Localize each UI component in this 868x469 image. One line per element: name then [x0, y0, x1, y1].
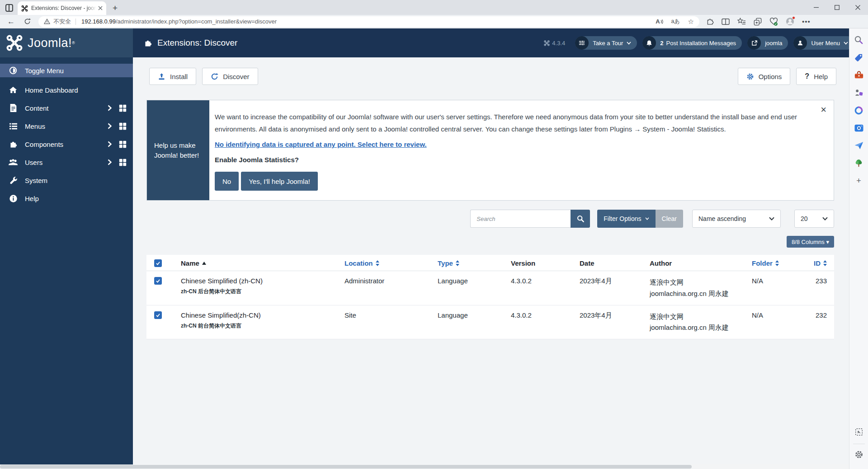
tab-actions-icon[interactable]	[5, 4, 13, 12]
browser-tab[interactable]: Extensions: Discover - joomla - A	[18, 1, 106, 15]
column-header-date: Date	[574, 255, 644, 271]
sidebar-label: Content	[25, 104, 49, 112]
admin-header: Joomla! ® Extensions: Discover 4.3.4 Tak…	[0, 28, 868, 57]
options-button[interactable]: Options	[738, 68, 791, 85]
search-button[interactable]	[571, 210, 590, 228]
toolbox-icon[interactable]	[853, 69, 865, 81]
user-menu-button[interactable]: User Menu	[793, 36, 854, 50]
dashboard-grid-icon[interactable]	[119, 141, 127, 148]
statistics-yes-button[interactable]: Yes, I'll help Joomla!	[241, 172, 318, 191]
scrollbar-thumb[interactable]	[0, 465, 692, 469]
settings-gear-icon[interactable]	[853, 449, 865, 460]
sort-select[interactable]: Name ascending	[692, 210, 781, 228]
joomla-wordmark: Joomla!	[28, 36, 72, 50]
search-input[interactable]	[470, 210, 571, 228]
shopping-icon[interactable]	[853, 52, 865, 63]
statistics-description: We want to increase the compatibility of…	[215, 111, 797, 135]
columns-row: 8/8 Columns ▾	[146, 236, 834, 248]
statistics-no-button[interactable]: No	[215, 172, 239, 191]
refresh-icon[interactable]	[24, 18, 31, 25]
sidebar-search-icon[interactable]	[853, 34, 865, 46]
browser-menu-icon[interactable]: •••	[802, 18, 811, 25]
maximize-icon[interactable]	[826, 0, 847, 15]
panel-body: We want to increase the compatibility of…	[209, 100, 834, 200]
browser-essentials-icon[interactable]	[769, 18, 778, 26]
extensions-icon[interactable]	[706, 18, 714, 25]
add-sidebar-app-icon[interactable]: +	[853, 175, 865, 187]
screenshot-icon[interactable]	[853, 426, 865, 438]
add-favorite-icon[interactable]: ☆	[688, 18, 694, 26]
chevron-right-icon	[108, 123, 112, 129]
add-to-collections-icon[interactable]	[754, 18, 762, 26]
new-tab-button[interactable]: +	[113, 4, 118, 12]
sort-icon	[823, 260, 827, 266]
info-icon	[8, 194, 18, 203]
close-window-icon[interactable]	[847, 0, 868, 15]
split-screen-icon[interactable]	[722, 18, 730, 25]
sidebar-item-home-dashboard[interactable]: Home Dashboard	[0, 81, 133, 99]
horizontal-scrollbar[interactable]	[0, 464, 849, 469]
sidebar-item-menus[interactable]: Menus	[0, 117, 133, 135]
tab-close-icon[interactable]	[98, 6, 103, 10]
column-header-id[interactable]: ID	[801, 255, 834, 271]
select-all-checkbox[interactable]	[154, 259, 162, 267]
search-group	[470, 210, 590, 228]
url-field[interactable]: 不安全 192.168.0.99/administrator/index.php…	[38, 16, 699, 27]
read-aloud-icon[interactable]: A	[656, 18, 663, 25]
user-menu-label: User Menu	[811, 40, 840, 47]
sidebar-item-toggle-menu[interactable]: Toggle Menu	[0, 64, 133, 77]
discover-button[interactable]: Discover	[202, 68, 258, 85]
row-checkbox[interactable]	[154, 311, 162, 319]
take-a-tour-button[interactable]: Take a Tour	[575, 36, 637, 50]
column-header-type[interactable]: Type	[432, 255, 505, 271]
send-icon[interactable]	[853, 140, 865, 151]
chevron-right-icon	[108, 159, 112, 165]
loop-icon[interactable]	[853, 104, 865, 116]
column-header-location[interactable]: Location	[339, 255, 432, 271]
bell-icon	[642, 36, 656, 50]
sort-icon	[775, 260, 779, 266]
statistics-consent-panel: Help us make Joomla! better! We want to …	[146, 100, 834, 201]
dashboard-grid-icon[interactable]	[119, 159, 127, 166]
enable-statistics-question: Enable Joomla Statistics?	[215, 156, 797, 164]
image-tool-icon[interactable]	[853, 122, 865, 134]
column-header-folder[interactable]: Folder	[746, 255, 801, 271]
back-icon[interactable]: ←	[7, 18, 15, 25]
collections-icon[interactable]	[737, 18, 746, 25]
help-button[interactable]: ? Help	[796, 68, 836, 85]
profile-avatar[interactable]	[786, 17, 794, 26]
tree-icon[interactable]	[853, 157, 865, 169]
clear-button[interactable]: Clear	[656, 210, 683, 228]
list-icon	[8, 122, 18, 130]
preview-site-button[interactable]: joomla	[747, 36, 788, 50]
sidebar-item-help[interactable]: Help	[0, 189, 133, 207]
columns-toggle-button[interactable]: 8/8 Columns ▾	[787, 236, 834, 248]
extension-name: Chinese Simplified(zh-CN)	[181, 311, 334, 319]
admin-sidebar: Toggle Menu Home Dashboard Content Menus	[0, 57, 133, 469]
refresh-icon	[211, 73, 218, 80]
row-checkbox[interactable]	[154, 277, 162, 285]
main-content: Install Discover Options ? Help Help us …	[133, 57, 849, 464]
sidebar-item-system[interactable]: System	[0, 171, 133, 189]
extension-version: 4.3.0.2	[505, 271, 574, 305]
extension-name: Chinese Simplified (zh-CN)	[181, 277, 334, 285]
review-data-link[interactable]: No identifying data is captured at any p…	[215, 141, 427, 148]
messages-count-badge: 2	[660, 40, 663, 47]
install-button[interactable]: Install	[149, 68, 196, 85]
games-icon[interactable]	[853, 87, 865, 98]
limit-select[interactable]: 20	[794, 210, 834, 228]
tab-title: Extensions: Discover - joomla - A	[31, 5, 96, 11]
sidebar-item-content[interactable]: Content	[0, 99, 133, 117]
dashboard-grid-icon[interactable]	[119, 122, 127, 130]
column-header-name[interactable]: Name	[175, 255, 339, 271]
minimize-icon[interactable]	[806, 0, 826, 15]
post-installation-messages-button[interactable]: 2 Post Installation Messages	[642, 36, 742, 50]
sidebar-item-users[interactable]: Users	[0, 153, 133, 171]
dashboard-grid-icon[interactable]	[119, 104, 127, 112]
translate-icon[interactable]: aあ	[671, 18, 680, 25]
filter-options-button[interactable]: Filter Options	[597, 210, 655, 228]
sidebar-item-components[interactable]: Components	[0, 135, 133, 153]
upload-icon	[158, 73, 165, 80]
panel-close-icon[interactable]: ×	[821, 105, 826, 115]
joomla-logo[interactable]: Joomla! ®	[0, 28, 133, 57]
